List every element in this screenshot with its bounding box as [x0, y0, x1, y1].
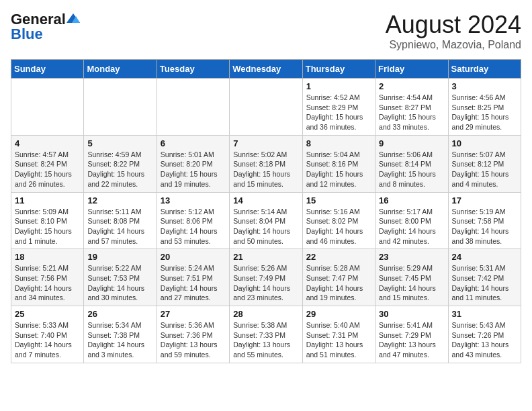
calendar-day [11, 79, 84, 136]
calendar-day: 23Sunrise: 5:29 AM Sunset: 7:45 PM Dayli… [375, 249, 448, 306]
calendar-day: 8Sunrise: 5:04 AM Sunset: 8:16 PM Daylig… [302, 135, 375, 192]
day-info: Sunrise: 5:28 AM Sunset: 7:47 PM Dayligh… [306, 263, 371, 303]
day-number: 30 [379, 309, 444, 319]
calendar-day: 31Sunrise: 5:43 AM Sunset: 7:26 PM Dayli… [448, 306, 521, 363]
calendar-day [230, 79, 302, 136]
day-info: Sunrise: 5:12 AM Sunset: 8:06 PM Dayligh… [161, 207, 226, 246]
day-number: 22 [306, 252, 371, 262]
calendar-week-5: 25Sunrise: 5:33 AM Sunset: 7:40 PM Dayli… [11, 306, 521, 363]
day-number: 11 [15, 195, 80, 205]
calendar-day: 25Sunrise: 5:33 AM Sunset: 7:40 PM Dayli… [11, 306, 84, 363]
calendar-day: 28Sunrise: 5:38 AM Sunset: 7:33 PM Dayli… [230, 306, 302, 363]
day-number: 2 [379, 81, 444, 91]
day-info: Sunrise: 5:40 AM Sunset: 7:31 PM Dayligh… [306, 320, 371, 360]
calendar-day: 3Sunrise: 4:56 AM Sunset: 8:25 PM Daylig… [448, 79, 521, 136]
calendar-day: 2Sunrise: 4:54 AM Sunset: 8:27 PM Daylig… [375, 79, 448, 136]
day-info: Sunrise: 5:06 AM Sunset: 8:14 PM Dayligh… [379, 150, 444, 189]
day-info: Sunrise: 5:26 AM Sunset: 7:49 PM Dayligh… [233, 263, 298, 303]
day-info: Sunrise: 5:38 AM Sunset: 7:33 PM Dayligh… [233, 320, 298, 360]
day-header-monday: Monday [84, 60, 157, 79]
day-info: Sunrise: 5:02 AM Sunset: 8:18 PM Dayligh… [233, 150, 298, 189]
calendar-day [84, 79, 157, 136]
day-number: 29 [306, 309, 371, 319]
day-number: 24 [452, 252, 517, 262]
day-number: 26 [87, 309, 152, 319]
calendar-day: 29Sunrise: 5:40 AM Sunset: 7:31 PM Dayli… [302, 306, 375, 363]
day-info: Sunrise: 5:24 AM Sunset: 7:51 PM Dayligh… [161, 263, 226, 303]
calendar-day: 16Sunrise: 5:17 AM Sunset: 8:00 PM Dayli… [375, 192, 448, 249]
calendar-day: 27Sunrise: 5:36 AM Sunset: 7:36 PM Dayli… [157, 306, 229, 363]
day-info: Sunrise: 5:07 AM Sunset: 8:12 PM Dayligh… [452, 150, 517, 189]
calendar-day: 14Sunrise: 5:14 AM Sunset: 8:04 PM Dayli… [230, 192, 302, 249]
day-number: 31 [452, 309, 517, 319]
day-number: 25 [15, 309, 80, 319]
calendar-day: 11Sunrise: 5:09 AM Sunset: 8:10 PM Dayli… [11, 192, 84, 249]
day-info: Sunrise: 4:56 AM Sunset: 8:25 PM Dayligh… [452, 93, 517, 132]
calendar-week-1: 1Sunrise: 4:52 AM Sunset: 8:29 PM Daylig… [11, 79, 521, 136]
day-info: Sunrise: 4:54 AM Sunset: 8:27 PM Dayligh… [379, 93, 444, 132]
day-info: Sunrise: 5:29 AM Sunset: 7:45 PM Dayligh… [379, 263, 444, 303]
day-number: 20 [161, 252, 226, 262]
day-number: 6 [161, 138, 226, 148]
day-info: Sunrise: 5:14 AM Sunset: 8:04 PM Dayligh… [233, 207, 298, 246]
calendar-day: 21Sunrise: 5:26 AM Sunset: 7:49 PM Dayli… [230, 249, 302, 306]
day-info: Sunrise: 5:16 AM Sunset: 8:02 PM Dayligh… [306, 207, 371, 246]
day-header-sunday: Sunday [11, 60, 84, 79]
calendar-day: 15Sunrise: 5:16 AM Sunset: 8:02 PM Dayli… [302, 192, 375, 249]
day-number: 5 [87, 138, 152, 148]
page-header: General Blue August 2024 Sypniewo, Mazov… [11, 11, 521, 51]
day-number: 13 [161, 195, 226, 205]
day-header-tuesday: Tuesday [157, 60, 229, 79]
day-info: Sunrise: 5:36 AM Sunset: 7:36 PM Dayligh… [161, 320, 226, 360]
calendar-table: SundayMondayTuesdayWednesdayThursdayFrid… [11, 59, 521, 363]
day-number: 18 [15, 252, 80, 262]
calendar-week-2: 4Sunrise: 4:57 AM Sunset: 8:24 PM Daylig… [11, 135, 521, 192]
calendar-day: 10Sunrise: 5:07 AM Sunset: 8:12 PM Dayli… [448, 135, 521, 192]
day-number: 1 [306, 81, 371, 91]
day-info: Sunrise: 4:52 AM Sunset: 8:29 PM Dayligh… [306, 93, 371, 132]
day-number: 15 [306, 195, 371, 205]
day-info: Sunrise: 5:04 AM Sunset: 8:16 PM Dayligh… [306, 150, 371, 189]
day-info: Sunrise: 4:57 AM Sunset: 8:24 PM Dayligh… [15, 150, 80, 189]
day-info: Sunrise: 5:43 AM Sunset: 7:26 PM Dayligh… [452, 320, 517, 360]
calendar-day [157, 79, 229, 136]
day-number: 10 [452, 138, 517, 148]
day-number: 19 [87, 252, 152, 262]
day-info: Sunrise: 5:22 AM Sunset: 7:53 PM Dayligh… [87, 263, 152, 303]
calendar-day: 9Sunrise: 5:06 AM Sunset: 8:14 PM Daylig… [375, 135, 448, 192]
header-row: SundayMondayTuesdayWednesdayThursdayFrid… [11, 60, 521, 79]
calendar-day: 26Sunrise: 5:34 AM Sunset: 7:38 PM Dayli… [84, 306, 157, 363]
day-number: 4 [15, 138, 80, 148]
day-info: Sunrise: 5:11 AM Sunset: 8:08 PM Dayligh… [87, 207, 152, 246]
calendar-day: 19Sunrise: 5:22 AM Sunset: 7:53 PM Dayli… [84, 249, 157, 306]
calendar-day: 22Sunrise: 5:28 AM Sunset: 7:47 PM Dayli… [302, 249, 375, 306]
day-info: Sunrise: 5:21 AM Sunset: 7:56 PM Dayligh… [15, 263, 80, 303]
calendar-day: 6Sunrise: 5:01 AM Sunset: 8:20 PM Daylig… [157, 135, 229, 192]
day-info: Sunrise: 5:19 AM Sunset: 7:58 PM Dayligh… [452, 207, 517, 246]
day-number: 21 [233, 252, 298, 262]
day-number: 23 [379, 252, 444, 262]
subtitle: Sypniewo, Mazovia, Poland [386, 39, 521, 51]
calendar-day: 18Sunrise: 5:21 AM Sunset: 7:56 PM Dayli… [11, 249, 84, 306]
calendar-day: 13Sunrise: 5:12 AM Sunset: 8:06 PM Dayli… [157, 192, 229, 249]
day-number: 28 [233, 309, 298, 319]
day-info: Sunrise: 5:34 AM Sunset: 7:38 PM Dayligh… [87, 320, 152, 360]
day-number: 9 [379, 138, 444, 148]
calendar-day: 7Sunrise: 5:02 AM Sunset: 8:18 PM Daylig… [230, 135, 302, 192]
title-block: August 2024 Sypniewo, Mazovia, Poland [386, 11, 521, 51]
logo-blue: Blue [11, 26, 43, 43]
calendar-day: 24Sunrise: 5:31 AM Sunset: 7:42 PM Dayli… [448, 249, 521, 306]
day-header-saturday: Saturday [448, 60, 521, 79]
calendar-day: 20Sunrise: 5:24 AM Sunset: 7:51 PM Dayli… [157, 249, 229, 306]
day-number: 27 [161, 309, 226, 319]
day-header-friday: Friday [375, 60, 448, 79]
calendar-day: 30Sunrise: 5:41 AM Sunset: 7:29 PM Dayli… [375, 306, 448, 363]
calendar-day: 1Sunrise: 4:52 AM Sunset: 8:29 PM Daylig… [302, 79, 375, 136]
day-number: 12 [87, 195, 152, 205]
day-number: 7 [233, 138, 298, 148]
calendar-day: 4Sunrise: 4:57 AM Sunset: 8:24 PM Daylig… [11, 135, 84, 192]
calendar-day: 5Sunrise: 4:59 AM Sunset: 8:22 PM Daylig… [84, 135, 157, 192]
calendar-week-4: 18Sunrise: 5:21 AM Sunset: 7:56 PM Dayli… [11, 249, 521, 306]
day-number: 3 [452, 81, 517, 91]
day-info: Sunrise: 5:01 AM Sunset: 8:20 PM Dayligh… [161, 150, 226, 189]
